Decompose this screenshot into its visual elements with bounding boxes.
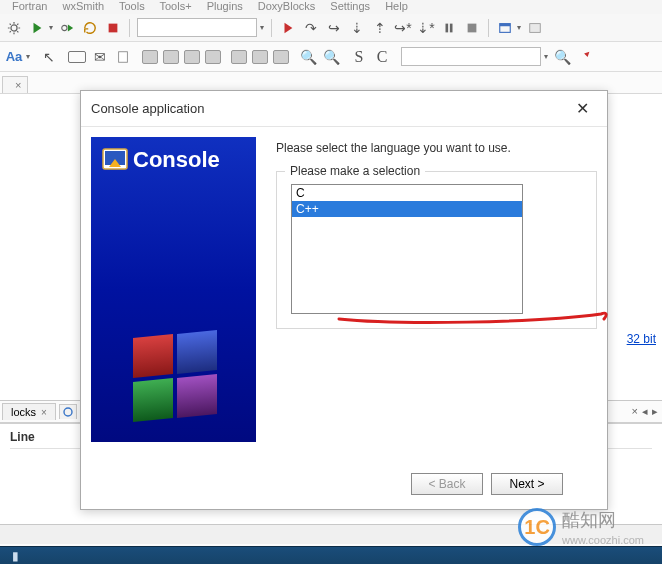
toolbar-main: ▾ ▾ ↷ ↪ ⇣ ⇡ ↪* ⇣* ▾ xyxy=(0,14,662,42)
step-into-icon[interactable]: ⇣ xyxy=(348,19,366,37)
chevron-down-icon[interactable]: ▾ xyxy=(544,52,548,61)
menu-item[interactable]: Settings xyxy=(330,0,370,12)
dialog-title-bar: Console application ✕ xyxy=(81,91,607,127)
chevron-down-icon[interactable]: ▾ xyxy=(260,23,264,32)
menu-item[interactable]: Help xyxy=(385,0,408,12)
watermark-text: 酷知网 xyxy=(562,510,616,530)
chevron-down-icon[interactable]: ▾ xyxy=(26,52,30,61)
watermark: 1C 酷知网 www.coozhi.com xyxy=(518,508,644,546)
watermark-logo: 1C xyxy=(518,508,556,546)
bottom-tab[interactable]: locks × xyxy=(2,403,56,420)
rebuild-icon[interactable] xyxy=(81,19,99,37)
chevron-down-icon[interactable]: ▾ xyxy=(517,23,521,32)
scroll-left-icon[interactable]: ◂ xyxy=(642,405,648,418)
gear-icon[interactable] xyxy=(5,19,23,37)
bottom-tab-label: locks xyxy=(11,406,36,418)
source-style-icon[interactable]: S xyxy=(350,48,368,66)
panel-icon-4[interactable] xyxy=(205,50,221,64)
scroll-right-icon[interactable]: ▸ xyxy=(652,405,658,418)
banner-cubes xyxy=(133,332,223,422)
panel-icon[interactable] xyxy=(142,50,158,64)
step-over-icon[interactable]: ↪ xyxy=(325,19,343,37)
rect-tool-icon[interactable] xyxy=(68,51,86,63)
debug-run-icon[interactable] xyxy=(279,19,297,37)
menu-bar: Fortran wxSmith Tools Tools+ Plugins Dox… xyxy=(0,0,662,14)
play-icon[interactable] xyxy=(28,19,46,37)
selection-group: Please make a selection C C++ xyxy=(276,171,597,329)
panel-icon-6[interactable] xyxy=(252,50,268,64)
watermark-url: www.coozhi.com xyxy=(562,534,644,546)
group-label: Please make a selection xyxy=(285,164,425,178)
panel-icon-3[interactable] xyxy=(184,50,200,64)
terminal-strip: ▮ xyxy=(0,546,662,564)
panel-icon-5[interactable] xyxy=(231,50,247,64)
wizard-prompt: Please select the language you want to u… xyxy=(276,141,597,155)
svg-point-10 xyxy=(64,408,72,416)
menu-item[interactable]: Fortran xyxy=(12,0,47,12)
panel-icon-2[interactable] xyxy=(163,50,179,64)
build-run-icon[interactable] xyxy=(58,19,76,37)
pointer-icon[interactable]: ↖ xyxy=(40,48,58,66)
menu-item[interactable]: DoxyBlocks xyxy=(258,0,315,12)
close-pane-icon[interactable]: × xyxy=(632,405,638,418)
console-shield-icon xyxy=(101,147,129,173)
list-item[interactable]: C++ xyxy=(292,201,522,217)
next-instruction-icon[interactable]: ↪* xyxy=(394,19,412,37)
wizard-dialog: Console application ✕ Console Please sel… xyxy=(80,90,608,510)
chevron-down-icon[interactable]: ▾ xyxy=(49,23,53,32)
svg-rect-9 xyxy=(119,51,128,62)
banner-title: Console xyxy=(133,147,220,173)
run-to-cursor-icon[interactable]: ↷ xyxy=(302,19,320,37)
step-into-instruction-icon[interactable]: ⇣* xyxy=(417,19,435,37)
svg-rect-2 xyxy=(109,23,118,32)
svg-point-0 xyxy=(11,24,17,30)
list-item[interactable]: C xyxy=(292,185,522,201)
menu-item[interactable]: wxSmith xyxy=(63,0,105,12)
comment-style-icon[interactable]: C xyxy=(373,48,391,66)
build-target-combo[interactable] xyxy=(137,18,257,37)
menu-item[interactable]: Tools xyxy=(119,0,145,12)
search-combo[interactable] xyxy=(401,47,541,66)
menu-item[interactable]: Plugins xyxy=(207,0,243,12)
bottom-tab-2[interactable] xyxy=(59,404,77,419)
document-tab[interactable]: × xyxy=(2,76,28,93)
close-icon[interactable]: × xyxy=(15,79,21,91)
svg-rect-8 xyxy=(530,23,541,32)
stop-icon[interactable] xyxy=(104,19,122,37)
svg-rect-3 xyxy=(446,23,449,32)
menu-item[interactable]: Tools+ xyxy=(160,0,192,12)
back-button: < Back xyxy=(411,473,483,495)
wizard-banner: Console xyxy=(91,137,256,442)
highlight-icon[interactable]: Aa xyxy=(5,48,23,66)
zoom-in-icon[interactable]: 🔍 xyxy=(299,48,317,66)
language-listbox[interactable]: C C++ xyxy=(291,184,523,314)
zoom-out-icon[interactable]: 🔍 xyxy=(322,48,340,66)
sheet-icon[interactable] xyxy=(114,48,132,66)
svg-rect-5 xyxy=(468,23,477,32)
svg-rect-4 xyxy=(450,23,453,32)
svg-point-1 xyxy=(62,25,67,30)
step-out-icon[interactable]: ⇡ xyxy=(371,19,389,37)
svg-rect-7 xyxy=(500,23,511,26)
bitness-link[interactable]: 32 bit xyxy=(627,332,656,346)
panel-icon-7[interactable] xyxy=(273,50,289,64)
close-icon[interactable]: ✕ xyxy=(567,99,597,118)
toolbar-edit: Aa ▾ ↖ ✉ 🔍 🔍 S C ▾ 🔍 xyxy=(0,42,662,72)
find-icon[interactable]: 🔍 xyxy=(553,48,571,66)
envelope-icon[interactable]: ✉ xyxy=(91,48,109,66)
next-button[interactable]: Next > xyxy=(491,473,563,495)
close-icon[interactable]: × xyxy=(41,407,47,418)
info-icon[interactable] xyxy=(526,19,544,37)
break-icon[interactable] xyxy=(440,19,458,37)
debug-windows-icon[interactable] xyxy=(496,19,514,37)
dialog-title: Console application xyxy=(91,101,204,116)
terminal-icon[interactable]: ▮ xyxy=(6,547,24,564)
options-icon[interactable] xyxy=(576,48,594,66)
stop-debug-icon[interactable] xyxy=(463,19,481,37)
